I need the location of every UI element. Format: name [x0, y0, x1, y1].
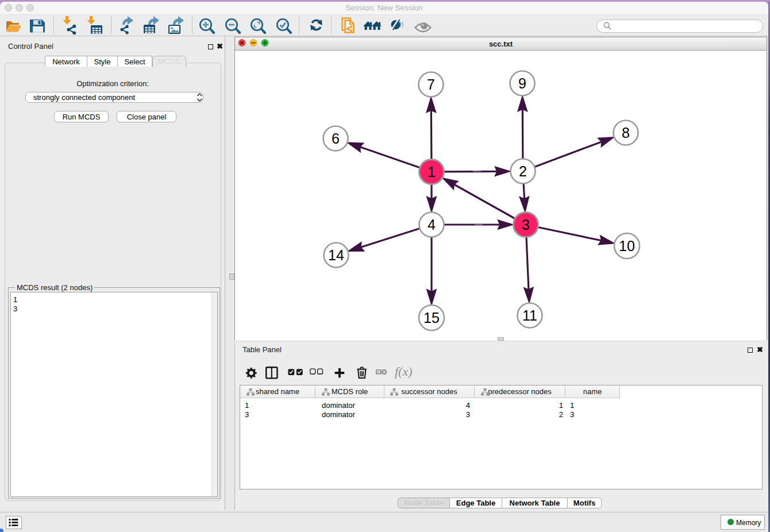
svg-text:15: 15: [424, 310, 440, 326]
svg-text:11: 11: [522, 307, 537, 323]
svg-text:6: 6: [332, 130, 340, 147]
svg-text:3: 3: [522, 217, 530, 233]
svg-text:1: 1: [428, 164, 436, 180]
svg-text:4: 4: [428, 217, 436, 233]
svg-text:10: 10: [619, 238, 635, 254]
svg-text:8: 8: [622, 125, 630, 141]
svg-text:2: 2: [519, 163, 527, 179]
svg-text:9: 9: [518, 75, 526, 91]
svg-text:14: 14: [328, 247, 344, 263]
svg-text:7: 7: [427, 76, 435, 92]
